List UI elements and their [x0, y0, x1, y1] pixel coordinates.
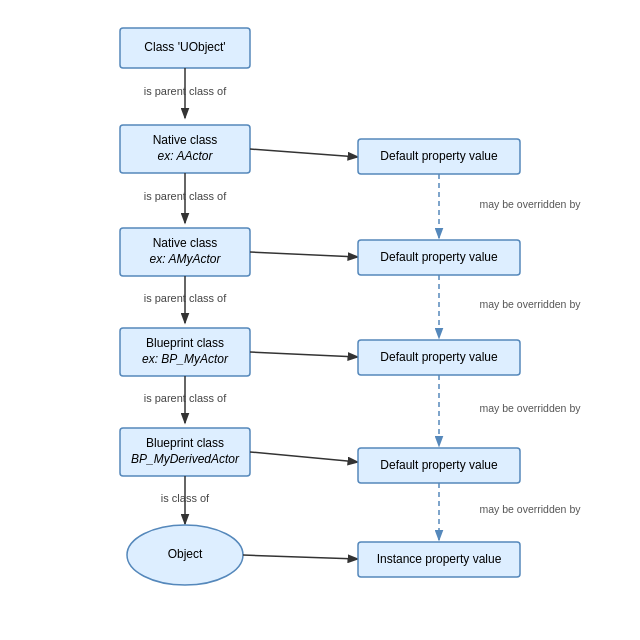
- connector-native2-default2: [250, 252, 358, 257]
- object-label: Object: [168, 547, 203, 561]
- diagram-container: Class 'UObject' is parent class of Nativ…: [0, 0, 640, 640]
- native1-label-line1: Native class: [153, 133, 218, 147]
- bp1-label-line2: ex: BP_MyActor: [142, 352, 229, 366]
- native2-label-line1: Native class: [153, 236, 218, 250]
- dashed-label-2: may be overridden by: [480, 298, 582, 310]
- bp2-label-line1: Blueprint class: [146, 436, 224, 450]
- connector-bp2-default4: [250, 452, 358, 462]
- connector-native1-default1: [250, 149, 358, 157]
- default3-label: Default property value: [380, 350, 498, 364]
- default2-label: Default property value: [380, 250, 498, 264]
- diagram-svg: Class 'UObject' is parent class of Nativ…: [0, 0, 640, 640]
- dashed-label-4: may be overridden by: [480, 503, 582, 515]
- connector-object-instance: [243, 555, 358, 559]
- uobject-label: Class 'UObject': [144, 40, 225, 54]
- native2-label-line2: ex: AMyActor: [150, 252, 222, 266]
- default1-label: Default property value: [380, 149, 498, 163]
- label-parent2: is parent class of: [144, 190, 227, 202]
- label-class-of: is class of: [161, 492, 210, 504]
- dashed-label-1: may be overridden by: [480, 198, 582, 210]
- bp2-label-line2: BP_MyDerivedActor: [131, 452, 240, 466]
- native1-label-line2: ex: AActor: [158, 149, 214, 163]
- connector-bp1-default3: [250, 352, 358, 357]
- instance-label: Instance property value: [377, 552, 502, 566]
- label-parent1: is parent class of: [144, 85, 227, 97]
- bp1-label-line1: Blueprint class: [146, 336, 224, 350]
- default4-label: Default property value: [380, 458, 498, 472]
- dashed-label-3: may be overridden by: [480, 402, 582, 414]
- label-parent3: is parent class of: [144, 292, 227, 304]
- label-parent4: is parent class of: [144, 392, 227, 404]
